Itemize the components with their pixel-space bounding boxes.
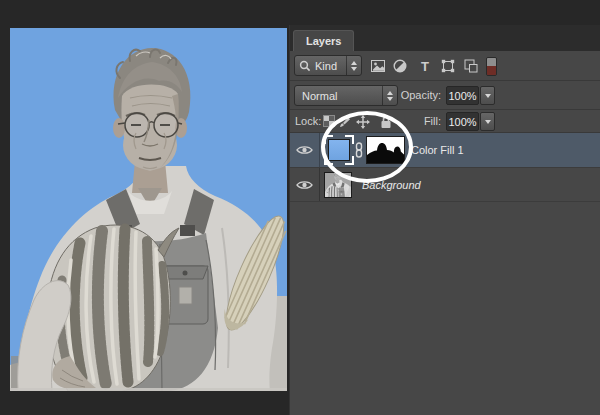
lock-pixels-icon[interactable] <box>338 115 352 130</box>
lock-position-icon[interactable] <box>356 115 370 131</box>
lock-label: Lock: <box>295 115 321 127</box>
layer-row-color-fill-1[interactable]: Color Fill 1 <box>290 133 600 168</box>
type-layers-filter-icon[interactable]: T <box>417 58 433 74</box>
layer-filter-toggle-switch[interactable] <box>486 57 497 76</box>
visibility-toggle[interactable] <box>290 133 320 167</box>
fill-label: Fill: <box>402 115 441 127</box>
color-fill-thumbnail[interactable] <box>328 139 350 161</box>
chevron-down-icon <box>485 120 491 124</box>
search-icon <box>299 60 311 72</box>
layers-panel: Layers Kind T N <box>289 25 600 415</box>
selection-corner <box>345 156 354 165</box>
eye-icon <box>296 144 313 156</box>
selection-corner <box>324 156 333 165</box>
fill-dropdown-button[interactable] <box>480 112 495 131</box>
opacity-label: Opacity: <box>392 89 441 101</box>
tab-layers[interactable]: Layers <box>293 30 354 51</box>
document-canvas[interactable] <box>10 28 287 391</box>
chain-link-icon[interactable] <box>354 142 364 158</box>
layer-name: Color Fill 1 <box>411 144 464 156</box>
layer-row-background[interactable]: Background <box>290 168 600 202</box>
toggle-top <box>487 58 496 66</box>
lock-transparency-icon[interactable] <box>323 115 335 129</box>
panel-tab-bar: Layers <box>290 25 600 51</box>
blend-opacity-row: Normal Opacity: 100% <box>290 81 600 110</box>
pixel-layers-filter-icon[interactable] <box>370 58 386 74</box>
layer-filter-row: Kind T <box>290 51 600 81</box>
layer-name: Background <box>362 179 421 191</box>
lock-all-icon[interactable] <box>380 115 392 131</box>
shape-layers-filter-icon[interactable] <box>440 58 456 74</box>
smart-objects-filter-icon[interactable] <box>463 58 479 74</box>
adjustment-layers-filter-icon[interactable] <box>392 58 408 74</box>
fill-value-field[interactable]: 100% <box>446 112 479 131</box>
chevron-down-icon <box>485 94 491 98</box>
toggle-bottom <box>487 66 496 75</box>
selection-corner <box>324 135 333 144</box>
layer-mask-thumbnail[interactable] <box>366 136 405 164</box>
opacity-value-field[interactable]: 100% <box>446 86 479 105</box>
background-layer-thumbnail[interactable] <box>324 172 352 198</box>
photo-man-with-squash <box>10 28 287 391</box>
selection-corner <box>345 135 354 144</box>
layer-list: Color Fill 1 Background <box>290 133 600 202</box>
eye-icon <box>296 179 313 191</box>
visibility-toggle[interactable] <box>290 168 320 201</box>
filter-kind-dropdown[interactable]: Kind <box>294 55 362 76</box>
chevron-updown-icon <box>346 56 361 75</box>
blend-mode-dropdown[interactable]: Normal <box>294 85 398 106</box>
lock-fill-row: Lock: Fill: 100% <box>290 110 600 133</box>
filter-kind-label: Kind <box>315 60 337 72</box>
opacity-dropdown-button[interactable] <box>480 86 495 105</box>
blend-mode-value: Normal <box>302 90 337 102</box>
